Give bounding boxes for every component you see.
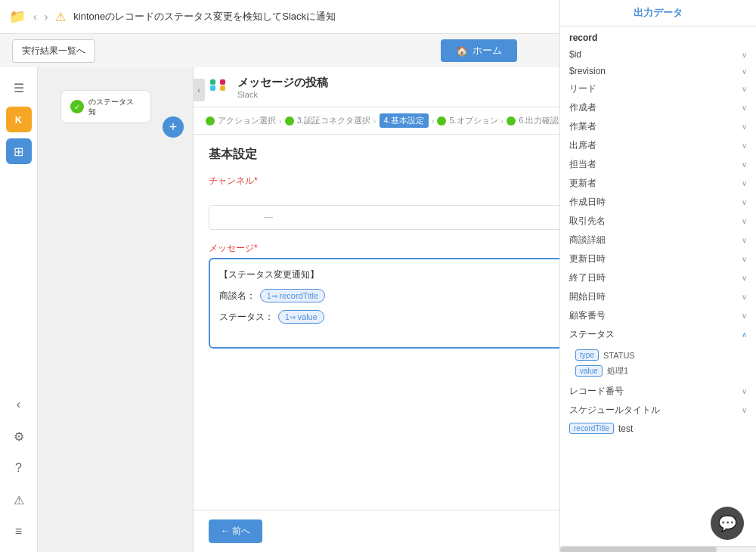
tag-icon-1: 1⇒ bbox=[267, 292, 277, 300]
output-attendee-label: 出席者 bbox=[569, 139, 596, 152]
home-label: ホーム bbox=[472, 44, 502, 57]
sidebar-warning[interactable]: ⚠ bbox=[6, 487, 32, 513]
output-end-date-label: 終了日時 bbox=[569, 271, 606, 284]
tag-type: type bbox=[575, 349, 599, 361]
output-item-created-at[interactable]: 作成日時 ∨ bbox=[560, 193, 756, 212]
step-node-label: のステータス知 bbox=[88, 97, 134, 116]
home-button[interactable]: 🏠 ホーム bbox=[441, 39, 517, 62]
tag-value[interactable]: 1⇒ value bbox=[278, 310, 324, 324]
output-status-type[interactable]: type STATUS bbox=[575, 347, 747, 363]
output-item-customer-num[interactable]: 顧客番号 ∨ bbox=[560, 306, 756, 325]
tag-icon-2: 1⇒ bbox=[285, 313, 296, 321]
sidebar-list[interactable]: ≡ bbox=[6, 519, 32, 544]
output-item-lead[interactable]: リード ∨ bbox=[560, 79, 756, 98]
chevron-revision: ∨ bbox=[742, 67, 747, 76]
prev-button[interactable]: ← 前へ bbox=[209, 519, 262, 543]
output-revision-label: $revision bbox=[569, 66, 606, 76]
tag-record-title-output: recordTitle bbox=[569, 423, 614, 434]
chevron-attendee: ∨ bbox=[742, 141, 747, 150]
home-icon: 🏠 bbox=[456, 45, 468, 57]
check-icon-2 bbox=[285, 116, 294, 126]
step-check-icon: ✓ bbox=[70, 100, 84, 113]
breadcrumb-arrow-3: › bbox=[432, 116, 435, 126]
output-item-id[interactable]: $id ∨ bbox=[560, 46, 756, 63]
page-title: kintoneのレコードのステータス変更を検知してSlackに通知 bbox=[73, 10, 336, 23]
output-company-label: 取引先名 bbox=[569, 215, 606, 228]
folder-icon[interactable]: 📁 bbox=[9, 8, 26, 25]
output-updater-label: 更新者 bbox=[569, 177, 596, 190]
output-item-company[interactable]: 取引先名 ∨ bbox=[560, 212, 756, 231]
output-created-at-label: 作成日時 bbox=[569, 196, 606, 209]
output-item-end-date[interactable]: 終了日時 ∨ bbox=[560, 268, 756, 287]
forward-arrow[interactable]: › bbox=[45, 11, 48, 23]
output-customer-num-label: 顧客番号 bbox=[569, 309, 606, 322]
chevron-record-num: ∨ bbox=[742, 387, 747, 395]
add-step-button[interactable]: + bbox=[163, 116, 184, 138]
output-item-worker[interactable]: 作業者 ∨ bbox=[560, 117, 756, 136]
output-item-start-date[interactable]: 開始日時 ∨ bbox=[560, 287, 756, 306]
panel-subtitle: Slack bbox=[237, 90, 328, 99]
chevron-assignee: ∨ bbox=[742, 160, 747, 169]
breadcrumb-arrow-1: › bbox=[279, 116, 282, 126]
sidebar-settings[interactable]: ⚙ bbox=[6, 423, 32, 449]
breadcrumb-basic-settings[interactable]: 4.基本設定 bbox=[380, 113, 429, 128]
output-id-label: $id bbox=[569, 49, 581, 60]
chevron-updater: ∨ bbox=[742, 179, 747, 188]
tag-value-label: value bbox=[575, 365, 603, 377]
breadcrumb-arrow-2: › bbox=[373, 116, 376, 126]
output-panel: 出力データ record $id ∨ $revision ∨ リード ∨ 作成者… bbox=[559, 0, 756, 552]
output-item-attendee[interactable]: 出席者 ∨ bbox=[560, 136, 756, 155]
back-arrow[interactable]: ‹ bbox=[33, 11, 37, 23]
results-button[interactable]: 実行結果一覧へ bbox=[12, 39, 95, 63]
svg-rect-2 bbox=[220, 85, 225, 91]
step-node: ✓ のステータス知 bbox=[60, 90, 151, 123]
tag-record-title[interactable]: 1⇒ recordTitle bbox=[260, 289, 325, 302]
breadcrumb-label-3: 4.基本設定 bbox=[384, 115, 424, 126]
output-schedule-title-label: スケジュールタイトル bbox=[569, 404, 660, 417]
svg-rect-1 bbox=[210, 79, 215, 85]
chat-bubble[interactable]: 💬 bbox=[711, 507, 744, 540]
output-header: 出力データ bbox=[560, 0, 756, 26]
breadcrumb-auth[interactable]: 3.認証コネクタ選択 bbox=[285, 115, 370, 126]
output-record-title-row[interactable]: recordTitle test bbox=[560, 420, 756, 437]
svg-rect-3 bbox=[220, 79, 225, 85]
output-item-schedule-title[interactable]: スケジュールタイトル ∨ bbox=[560, 401, 756, 420]
output-item-updated-at[interactable]: 更新日時 ∨ bbox=[560, 250, 756, 268]
breadcrumb-options[interactable]: 5.オプション bbox=[437, 115, 497, 126]
breadcrumb-arrow-4: › bbox=[501, 116, 504, 126]
breadcrumb-action-select[interactable]: アクション選択 bbox=[206, 115, 276, 126]
check-icon-1 bbox=[206, 116, 215, 126]
output-item-deal-detail[interactable]: 商談詳細 ∨ bbox=[560, 231, 756, 250]
output-record-num-label: レコード番号 bbox=[569, 385, 624, 398]
sidebar-collapse[interactable]: ‹ bbox=[6, 392, 32, 417]
panel-title: メッセージの投稿 bbox=[237, 76, 328, 90]
output-worker-label: 作業者 bbox=[569, 120, 596, 133]
chevron-status-up: ∧ bbox=[742, 330, 747, 339]
output-item-creator[interactable]: 作成者 ∨ bbox=[560, 98, 756, 117]
output-item-assignee[interactable]: 担当者 ∨ bbox=[560, 155, 756, 174]
chevron-deal-detail: ∨ bbox=[742, 236, 747, 244]
chevron-updated-at: ∨ bbox=[742, 255, 747, 263]
chevron-lead: ∨ bbox=[742, 85, 747, 93]
check-icon-4 bbox=[437, 116, 446, 126]
panel-collapse-left-button[interactable]: ‹ bbox=[193, 79, 205, 101]
breadcrumb-output[interactable]: 6.出力確認 bbox=[507, 115, 559, 126]
output-item-revision[interactable]: $revision ∨ bbox=[560, 63, 756, 79]
output-scroll-bottom bbox=[560, 546, 756, 552]
output-status-label: ステータス bbox=[569, 328, 615, 341]
chevron-schedule-title: ∨ bbox=[742, 406, 747, 414]
output-status-value[interactable]: value 処理1 bbox=[575, 363, 747, 379]
output-item-updater[interactable]: 更新者 ∨ bbox=[560, 174, 756, 193]
breadcrumb-label-2: 3.認証コネクタ選択 bbox=[297, 115, 370, 126]
output-scroll-bar[interactable] bbox=[560, 547, 717, 552]
chevron-created-at: ∨ bbox=[742, 198, 747, 206]
sidebar-icon-active[interactable]: ⊞ bbox=[6, 138, 32, 164]
output-item-record-num[interactable]: レコード番号 ∨ bbox=[560, 382, 756, 401]
breadcrumb-label-4: 5.オプション bbox=[449, 115, 497, 126]
svg-rect-0 bbox=[210, 85, 215, 91]
sidebar-icon-trigger[interactable]: K bbox=[6, 107, 32, 132]
sidebar-help[interactable]: ? bbox=[6, 455, 32, 481]
sidebar-icon-menu[interactable]: ☰ bbox=[6, 75, 32, 101]
output-item-status[interactable]: ステータス ∧ bbox=[560, 325, 756, 344]
chevron-customer-num: ∨ bbox=[742, 312, 747, 320]
